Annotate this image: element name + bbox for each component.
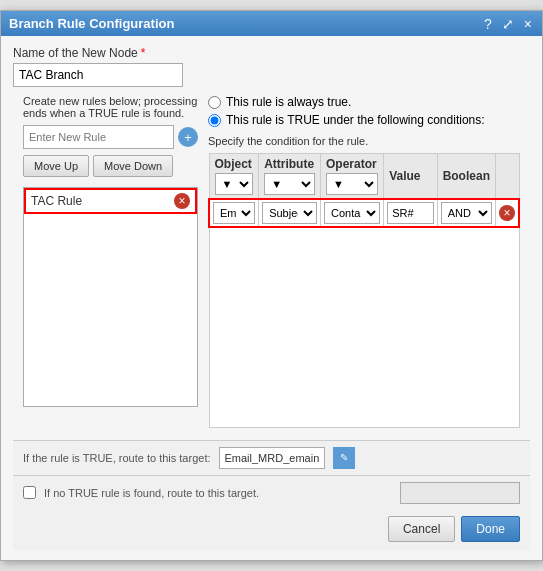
dialog-titlebar: Branch Rule Configuration ? ⤢ × bbox=[1, 11, 542, 36]
attribute-header-select[interactable]: ▼ bbox=[264, 173, 315, 195]
dialog-body: Name of the New Node * Create new rules … bbox=[1, 36, 542, 560]
cond-delete-button[interactable]: × bbox=[499, 205, 515, 221]
move-down-button[interactable]: Move Down bbox=[93, 155, 173, 177]
condition-row: Email Subject Contains bbox=[209, 199, 519, 227]
cond-operator-cell: Contains bbox=[321, 199, 384, 227]
radio-conditional-row: This rule is TRUE under the following co… bbox=[208, 113, 520, 127]
maximize-button[interactable]: ⤢ bbox=[500, 17, 516, 31]
object-header-select[interactable]: ▼ bbox=[215, 173, 254, 195]
cond-operator-select[interactable]: Contains bbox=[324, 202, 380, 224]
col-object: Object ▼ bbox=[209, 154, 259, 200]
rule-item-delete-button[interactable]: × bbox=[174, 193, 190, 209]
cond-value-cell bbox=[384, 199, 437, 227]
route-target-edit-button[interactable]: ✎ bbox=[333, 447, 355, 469]
help-button[interactable]: ? bbox=[482, 17, 494, 31]
radio-group: This rule is always true. This rule is T… bbox=[208, 95, 520, 127]
route-label: If the rule is TRUE, route to this targe… bbox=[23, 452, 211, 464]
close-button[interactable]: × bbox=[522, 17, 534, 31]
radio-conditional-label: This rule is TRUE under the following co… bbox=[226, 113, 485, 127]
node-name-label: Name of the New Node * bbox=[13, 46, 530, 60]
cond-delete-cell: × bbox=[496, 199, 520, 227]
operator-header-select[interactable]: ▼ bbox=[326, 173, 378, 195]
rules-list: TAC Rule × bbox=[23, 187, 198, 407]
action-buttons: Cancel Done bbox=[13, 510, 530, 550]
done-button[interactable]: Done bbox=[461, 516, 520, 542]
empty-conditions-row bbox=[209, 227, 519, 427]
cond-attribute-cell: Subject bbox=[259, 199, 321, 227]
cond-attribute-select[interactable]: Subject bbox=[262, 202, 317, 224]
move-buttons: Move Up Move Down bbox=[23, 155, 198, 177]
no-true-label: If no TRUE rule is found, route to this … bbox=[44, 487, 392, 499]
dialog-title: Branch Rule Configuration bbox=[9, 16, 174, 31]
node-name-section: Name of the New Node * bbox=[13, 46, 530, 87]
no-true-checkbox[interactable] bbox=[23, 486, 36, 499]
rule-item[interactable]: TAC Rule × bbox=[24, 188, 197, 214]
col-boolean: Boolean bbox=[437, 154, 495, 200]
main-content: Create new rules below; processing ends … bbox=[13, 87, 530, 432]
cond-boolean-select[interactable]: AND OR bbox=[441, 202, 492, 224]
enter-rule-row: + bbox=[23, 125, 198, 149]
cond-object-cell: Email bbox=[209, 199, 259, 227]
cancel-button[interactable]: Cancel bbox=[388, 516, 455, 542]
empty-conditions-cell bbox=[209, 227, 519, 427]
no-true-rule-bar: If no TRUE rule is found, route to this … bbox=[13, 475, 530, 510]
node-name-input[interactable] bbox=[13, 63, 183, 87]
col-actions bbox=[496, 154, 520, 200]
left-panel: Create new rules below; processing ends … bbox=[23, 95, 198, 428]
add-rule-button[interactable]: + bbox=[178, 127, 198, 147]
cond-object-select[interactable]: Email bbox=[213, 202, 255, 224]
enter-rule-input[interactable] bbox=[23, 125, 174, 149]
move-up-button[interactable]: Move Up bbox=[23, 155, 89, 177]
titlebar-controls: ? ⤢ × bbox=[482, 17, 534, 31]
route-target-bar: If the rule is TRUE, route to this targe… bbox=[13, 440, 530, 475]
specify-label: Specify the condition for the rule. bbox=[208, 135, 520, 147]
radio-always-true[interactable] bbox=[208, 96, 221, 109]
cond-value-input[interactable] bbox=[387, 202, 433, 224]
no-true-target-input[interactable] bbox=[400, 482, 520, 504]
create-rules-label: Create new rules below; processing ends … bbox=[23, 95, 198, 119]
col-attribute: Attribute ▼ bbox=[259, 154, 321, 200]
radio-always-true-row: This rule is always true. bbox=[208, 95, 520, 109]
cond-boolean-cell: AND OR bbox=[437, 199, 495, 227]
right-panel: This rule is always true. This rule is T… bbox=[208, 95, 520, 428]
col-value: Value bbox=[384, 154, 437, 200]
conditions-table: Object ▼ Attribute ▼ Operator ▼ bbox=[208, 153, 520, 428]
rule-item-text: TAC Rule bbox=[31, 194, 174, 208]
col-operator: Operator ▼ bbox=[321, 154, 384, 200]
radio-conditional[interactable] bbox=[208, 114, 221, 127]
radio-always-true-label: This rule is always true. bbox=[226, 95, 351, 109]
route-target-value: Email_MRD_emain bbox=[219, 447, 326, 469]
branch-rule-dialog: Branch Rule Configuration ? ⤢ × Name of … bbox=[0, 10, 543, 561]
